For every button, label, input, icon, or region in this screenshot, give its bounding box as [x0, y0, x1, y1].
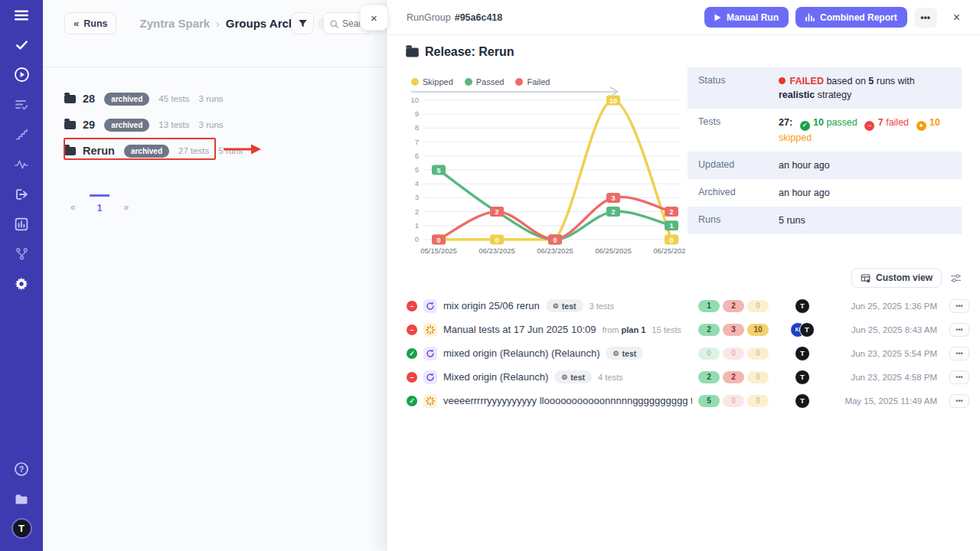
tests-skipped-count: 10	[929, 117, 940, 128]
run-name[interactable]: Mixed origin (Relaunch)	[443, 371, 548, 383]
folder-icon	[64, 121, 76, 129]
manual-run-button[interactable]: Manual Run	[704, 7, 789, 28]
run-name[interactable]: mix origin 25/06 rerun	[443, 300, 540, 311]
run-list-item[interactable]: ✓ veeeerrrrryyyyyyyyyy llooooooooooonnnn…	[387, 389, 980, 412]
archived-badge: archived	[104, 119, 149, 132]
run-more-button[interactable]: •••	[949, 394, 969, 408]
sidebar-user-avatar[interactable]: T	[0, 514, 43, 543]
result-pill-passed: 0	[698, 347, 720, 360]
sidebar-item-list-check-icon[interactable]	[0, 90, 43, 119]
combined-report-label: Combined Report	[820, 12, 897, 23]
panel-close-button[interactable]: ×	[950, 9, 963, 26]
folder-name: 29	[83, 119, 95, 131]
run-result-pills: 000	[698, 347, 775, 360]
run-summary: ✓ mixed origin (Relaunch) (Relaunch) ⚙te…	[407, 347, 692, 360]
svg-text:0: 0	[495, 236, 498, 244]
result-pill-skipped: 0	[747, 300, 769, 312]
run-origin-icon	[423, 323, 437, 337]
filter-sliders-icon[interactable]	[950, 273, 962, 283]
run-avatars: T	[781, 393, 824, 409]
folder-row[interactable]: 28 archived 45 tests 3 runs	[64, 86, 386, 112]
sidebar-item-check-icon[interactable]	[0, 30, 43, 60]
run-status-icon: –	[407, 324, 417, 335]
app: ? T « Runs Zyntra Spark › Groups Archive…	[0, 0, 980, 551]
status-failed-badge: FAILED	[789, 76, 823, 86]
run-list-item[interactable]: – mix origin 25/06 rerun ⚙test 3 tests 1…	[387, 294, 980, 318]
run-more-button[interactable]: •••	[949, 370, 969, 384]
gear-icon: ⚙	[553, 302, 559, 310]
run-date: Jun 25, 2025 1:36 PM	[830, 302, 937, 311]
filter-button[interactable]	[291, 12, 314, 34]
svg-text:0: 0	[553, 236, 557, 244]
result-pill-failed: 2	[723, 300, 744, 312]
run-more-button[interactable]: •••	[949, 299, 969, 313]
run-list-item[interactable]: ✓ mixed origin (Relaunch) (Relaunch) ⚙te…	[387, 341, 980, 365]
info-label: Runs	[698, 214, 779, 227]
folder-row[interactable]: 29 archived 13 tests 3 runs	[64, 112, 386, 138]
run-status-icon: –	[407, 301, 417, 311]
run-name[interactable]: mixed origin (Relaunch) (Relaunch)	[443, 347, 599, 359]
combined-report-button[interactable]: Combined Report	[795, 7, 907, 28]
status-text: strategy	[818, 90, 851, 100]
svg-text:2: 2	[415, 207, 419, 216]
run-tag: ⚙test	[546, 299, 583, 312]
back-to-runs-button[interactable]: « Runs	[64, 12, 116, 34]
run-summary: – Manual tests at 17 Jun 2025 10:09 from…	[407, 323, 692, 337]
archived-badge: archived	[124, 145, 169, 158]
folder-runs-count: 5 runs	[218, 146, 243, 155]
svg-text:1: 1	[669, 222, 673, 230]
run-date: May 15, 2025 11:49 AM	[830, 396, 937, 406]
pagination-prev-button[interactable]: «	[64, 194, 82, 213]
ellipsis-icon: •••	[920, 12, 930, 23]
hamburger-menu-icon[interactable]	[0, 0, 43, 30]
sidebar-item-steps-icon[interactable]	[0, 119, 43, 149]
result-pill-failed: 2	[723, 371, 744, 383]
more-actions-button[interactable]: •••	[914, 8, 937, 28]
pagination-next-button[interactable]: »	[117, 194, 135, 213]
svg-text:6: 6	[415, 152, 419, 160]
svg-text:7: 7	[415, 138, 419, 146]
folder-row[interactable]: Rerun archived 27 tests 5 runs	[64, 138, 386, 164]
run-summary: – mix origin 25/06 rerun ⚙test 3 tests	[407, 299, 692, 313]
info-value-runs: 5 runs	[779, 214, 951, 227]
run-avatars: T	[781, 298, 824, 314]
run-name[interactable]: veeeerrrrryyyyyyyyyy llooooooooooonnnnng…	[443, 395, 692, 406]
svg-text:3: 3	[415, 193, 419, 201]
rungroup-detail-panel: RunGroup #95a6c418 Manual Run Combined R…	[387, 0, 980, 551]
sidebar-item-activity-icon[interactable]	[0, 149, 43, 179]
drawer-close-button[interactable]: ×	[360, 5, 388, 31]
sidebar-item-bar-chart-icon[interactable]	[0, 209, 43, 239]
info-row-archived: Archived an hour ago	[688, 179, 962, 207]
from-word: from	[602, 325, 619, 334]
sidebar-item-play-circle-icon[interactable]	[0, 60, 43, 90]
avatar: T	[799, 322, 815, 337]
svg-text:06/25/2025: 06/25/2025	[653, 246, 685, 255]
run-list-item[interactable]: – Manual tests at 17 Jun 2025 10:09 from…	[387, 318, 980, 341]
run-tests-count: 3 tests	[590, 302, 614, 311]
breadcrumb-parent[interactable]: Zyntra Spark	[139, 17, 210, 30]
info-label: Archived	[698, 186, 779, 200]
run-date: Jun 25, 2025 8:43 AM	[830, 325, 937, 334]
sidebar-item-gear-icon[interactable]	[0, 269, 43, 298]
run-result-pills: 120	[698, 300, 775, 312]
folder-name: Rerun	[83, 145, 115, 157]
result-pill-passed: 2	[698, 371, 720, 383]
run-name[interactable]: Manual tests at 17 Jun 2025 10:09	[443, 324, 596, 335]
sidebar-item-folder-icon[interactable]	[0, 484, 43, 514]
custom-view-button[interactable]: Custom view	[851, 268, 942, 288]
sidebar-item-import-icon[interactable]	[0, 179, 43, 209]
plan-name: plan 1	[622, 325, 646, 334]
run-date: Jun 23, 2025 4:58 PM	[830, 373, 937, 382]
pagination-page-1[interactable]: 1	[90, 194, 110, 214]
sidebar-item-branch-icon[interactable]	[0, 239, 43, 269]
manual-run-label: Manual Run	[727, 12, 779, 23]
pagination: « 1 »	[64, 194, 386, 214]
info-value-tests: 27: ✓ 10 passed – 7 failed 10 skipped	[779, 116, 951, 145]
run-more-button[interactable]: •••	[949, 323, 969, 337]
result-pill-skipped: 10	[747, 324, 769, 336]
run-list-item[interactable]: – Mixed origin (Relaunch) ⚙test 4 tests …	[387, 365, 980, 389]
run-tests-count: 4 tests	[598, 373, 622, 382]
runs-button-label: Runs	[83, 18, 107, 29]
run-more-button[interactable]: •••	[949, 347, 969, 360]
sidebar-item-help-icon[interactable]: ?	[0, 454, 43, 484]
